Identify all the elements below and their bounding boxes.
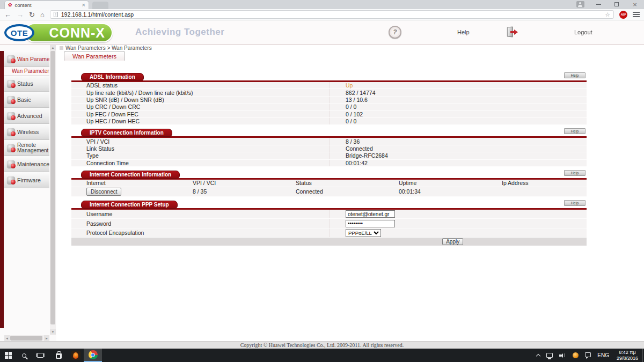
chrome-taskbar-button[interactable] [84, 349, 102, 362]
disconnect-button[interactable]: Disconnect [86, 188, 121, 196]
table-row: ADSL status Up [71, 82, 587, 89]
logout-link[interactable]: Logout [574, 29, 592, 35]
minimize-button[interactable] [589, 0, 608, 9]
profile-icon [576, 1, 584, 8]
sidebar-item-advanced[interactable]: Advanced [4, 108, 49, 124]
table-row: Up line rate (kbit/s) / Down line rate (… [71, 89, 587, 96]
table-row: Up CRC / Down CRC 0 / 0 [71, 104, 587, 110]
sidebar-horizontal-scrollbar[interactable]: ◄ ► [4, 335, 49, 341]
forward-icon[interactable]: → [17, 11, 24, 18]
basic-icon [7, 96, 15, 104]
advanced-icon [7, 112, 15, 120]
iptv-help-button[interactable]: Help [564, 128, 586, 134]
orange-dot-icon [573, 352, 579, 358]
firmware-icon [7, 176, 15, 184]
status-icon [7, 80, 15, 87]
internet-section-title: Internet Connection Information [81, 171, 180, 179]
scroll-down-icon[interactable]: ▼ [50, 329, 56, 335]
internet-help-button[interactable]: Help [564, 170, 586, 176]
sidebar-item-status[interactable]: Status [4, 76, 49, 92]
table-row: Password [71, 219, 587, 228]
address-bar[interactable]: 192.168.1.1/html/content.asp ☆ [50, 10, 614, 19]
language-indicator[interactable]: ENG [594, 349, 612, 362]
sidebar-item-maintenance[interactable]: Maintenance [4, 156, 49, 172]
taskbar-app-button[interactable] [68, 349, 84, 362]
sidebar-vertical-scrollbar[interactable]: ▲ ▼ [50, 45, 56, 335]
maximize-button[interactable] [608, 0, 626, 9]
huawei-favicon: ✿ [8, 3, 12, 8]
close-button[interactable]: × [626, 0, 644, 9]
bookmark-star-icon[interactable]: ☆ [605, 11, 610, 18]
internet-vpi-vci: 8 / 35 [174, 188, 277, 195]
store-button[interactable] [50, 349, 67, 362]
apply-button[interactable]: Apply [442, 238, 463, 245]
main-content: Wan Parameters > Wan Parameters Wan Para… [56, 45, 644, 341]
table-row: Protocol Encapsulation PPPoE/LLC [71, 228, 587, 238]
scrollbar-thumb[interactable] [50, 51, 55, 324]
volume-tray-button[interactable] [556, 349, 569, 362]
help-link[interactable]: Help [457, 29, 470, 35]
sidebar-item-firmware[interactable]: Firmware [4, 172, 49, 188]
breadcrumb: Wan Parameters > Wan Parameters [60, 45, 152, 51]
tab-close-icon[interactable]: × [82, 2, 85, 8]
sidebar-item-remote-management[interactable]: Remote Management [4, 140, 49, 156]
reload-icon[interactable]: ↻ [29, 11, 35, 18]
ppp-help-button[interactable]: Help [564, 200, 586, 206]
tray-app-button[interactable] [569, 349, 582, 362]
password-field[interactable] [346, 220, 395, 227]
browser-profile-button[interactable] [571, 0, 589, 9]
chevron-up-icon [536, 354, 540, 358]
sidebar-item-basic[interactable]: Basic [4, 92, 49, 108]
speaker-icon [559, 352, 566, 358]
sidebar-item-wireless[interactable]: Wireless [4, 124, 49, 140]
browser-toolbar: ← → ↻ ⌂ 192.168.1.1/html/content.asp ☆ A… [0, 9, 644, 20]
scroll-right-icon[interactable]: ► [44, 335, 49, 341]
help-icon[interactable]: ? [389, 26, 401, 39]
internet-status: Connected [277, 188, 380, 195]
sidebar-item-wan-parameters[interactable]: Wan Parameters [4, 51, 49, 67]
maximize-icon [614, 2, 619, 6]
clock-time: 8:42 πμ [617, 350, 638, 356]
internet-table-row: Disconnect 8 / 35 Connected 00:01:34 [71, 187, 587, 197]
browser-tab[interactable]: ✿ content × [4, 1, 89, 9]
wireless-icon [7, 128, 15, 136]
adsl-section-title: ADSL Information [81, 73, 144, 81]
new-tab-button[interactable] [92, 2, 108, 9]
username-field[interactable] [346, 210, 395, 218]
task-view-button[interactable] [32, 349, 48, 362]
internet-table-header: Internet VPI / VCI Status Uptime Ip Addr… [71, 180, 587, 187]
clock[interactable]: 8:42 πμ 29/8/2016 [612, 350, 642, 361]
scrollbar-thumb[interactable] [10, 336, 42, 341]
browser-menu-icon[interactable] [633, 12, 640, 17]
scroll-left-icon[interactable]: ◄ [4, 335, 10, 341]
ppp-section-title: Internet Connection PPP Setup [81, 201, 178, 209]
network-tray-button[interactable] [543, 349, 556, 362]
action-center-icon [585, 352, 591, 357]
sidebar-subitem-wan-parameters[interactable]: Wan Parameters [4, 67, 49, 76]
table-row: Up HEC / Down HEC 0 / 0 [71, 118, 587, 125]
tray-expand-button[interactable] [533, 349, 543, 362]
slogan: Achieving Together [135, 27, 224, 38]
start-button[interactable] [0, 349, 16, 362]
adsl-help-button[interactable]: Help [564, 72, 586, 78]
action-center-button[interactable] [582, 349, 594, 362]
back-icon[interactable]: ← [4, 11, 11, 18]
table-row: Up FEC / Down FEC 0 / 102 [71, 111, 587, 118]
network-icon [546, 353, 553, 358]
internet-uptime: 00:01:34 [380, 188, 484, 195]
taskbar: ENG 8:42 πμ 29/8/2016 [0, 349, 644, 362]
protocol-encapsulation-select[interactable]: PPPoE/LLC [346, 229, 381, 237]
tab-wan-parameters[interactable]: Wan Parameters [64, 51, 125, 61]
wan-parameters-icon [7, 55, 15, 63]
home-icon[interactable]: ⌂ [40, 11, 45, 19]
browser-tab-strip: ✿ content × × [0, 0, 644, 9]
table-row: Connection Time 00:01:42 [71, 160, 587, 167]
logout-icon[interactable] [505, 26, 518, 39]
scroll-up-icon[interactable]: ▲ [50, 45, 56, 50]
taskbar-search-button[interactable] [16, 349, 32, 362]
minimize-icon [596, 4, 601, 5]
app-icon [71, 351, 80, 360]
adblock-icon[interactable]: ABP [619, 11, 627, 19]
adsl-section: ADSL Information Help ADSL status Up Up … [71, 73, 587, 125]
close-icon: × [633, 1, 637, 8]
